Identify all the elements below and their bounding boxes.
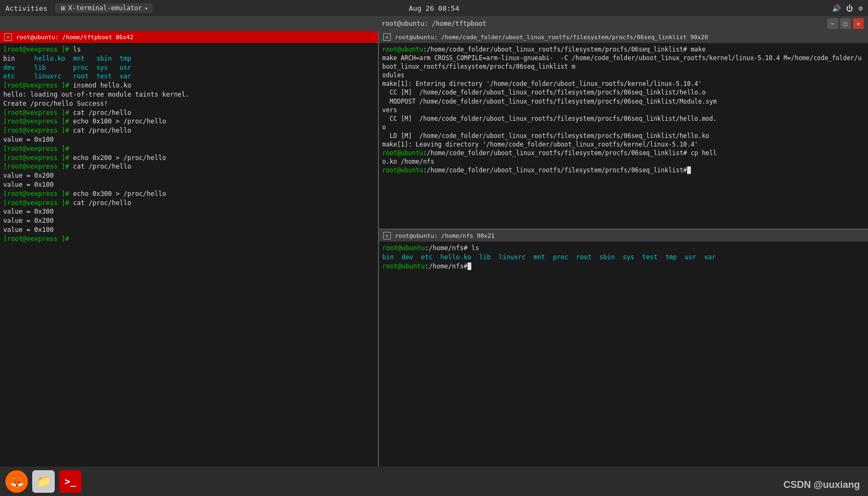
close-button[interactable]: ✕: [853, 18, 864, 29]
left-pane: ⊞ root@ubuntu: /home/tftpboot 86x42 [roo…: [0, 31, 379, 466]
right-top-pane-title: root@ubuntu: /home/code_folder/uboot_lin…: [395, 34, 708, 41]
terminal-taskbar-icon[interactable]: >_: [59, 470, 82, 493]
left-pane-title: root@ubuntu: /home/tftpboot 86x42: [16, 34, 134, 41]
left-pane-titlebar: ⊞ root@ubuntu: /home/tftpboot 86x42: [0, 31, 378, 43]
files-taskbar-icon[interactable]: 📁: [32, 470, 55, 493]
topbar-left: Activities 🖥 X-terminal-emulator ▾: [5, 3, 152, 13]
activities-label[interactable]: Activities: [5, 4, 47, 12]
main-window: root@ubuntu: /home/tftpboot − □ ✕ ⊞ root…: [0, 16, 868, 466]
right-top-pane: ⊞ root@ubuntu: /home/code_folder/uboot_l…: [379, 31, 868, 230]
volume-icon[interactable]: 🔊: [832, 4, 841, 12]
watermark: CSDN @uuxiang: [783, 479, 860, 491]
power-icon[interactable]: ⏻: [846, 4, 853, 12]
window-titlebar: root@ubuntu: /home/tftpboot − □ ✕: [0, 16, 868, 31]
files-icon-symbol: 📁: [37, 475, 51, 488]
settings-icon[interactable]: ⚙: [858, 4, 863, 12]
terminal-app-button[interactable]: 🖥 X-terminal-emulator ▾: [55, 3, 152, 13]
terminal-icon-small: 🖥: [60, 5, 65, 12]
pane-container: ⊞ root@ubuntu: /home/tftpboot 86x42 [roo…: [0, 31, 868, 466]
topbar: Activities 🖥 X-terminal-emulator ▾ Aug 2…: [0, 0, 868, 16]
topbar-right: 🔊 ⏻ ⚙: [832, 4, 863, 12]
right-pane: ⊞ root@ubuntu: /home/code_folder/uboot_l…: [379, 31, 868, 466]
right-bottom-pane-title: root@ubuntu: /home/nfs 90x21: [395, 232, 494, 239]
right-bottom-terminal[interactable]: root@ubuntu:/home/nfs# ls bin dev etc he…: [379, 242, 868, 466]
right-bottom-terminal-content: root@ubuntu:/home/nfs# ls bin dev etc he…: [382, 244, 865, 271]
firefox-icon-symbol: 🦊: [10, 475, 24, 488]
right-bottom-pane-icon: ⊞: [383, 232, 391, 239]
terminal-app-label: X-terminal-emulator: [68, 4, 142, 12]
terminal-icon-symbol: >_: [64, 476, 76, 487]
left-terminal[interactable]: [root@vexpress ]# ls bin hello.ko mnt sb…: [0, 43, 378, 466]
right-top-pane-titlebar: ⊞ root@ubuntu: /home/code_folder/uboot_l…: [379, 31, 868, 43]
right-bottom-pane: ⊞ root@ubuntu: /home/nfs 90x21 root@ubun…: [379, 230, 868, 466]
right-top-terminal-content: root@ubuntu:/home/code_folder/uboot_linu…: [382, 45, 865, 174]
minimize-button[interactable]: −: [827, 18, 838, 29]
right-bottom-pane-titlebar: ⊞ root@ubuntu: /home/nfs 90x21: [379, 230, 868, 242]
maximize-button[interactable]: □: [840, 18, 851, 29]
firefox-taskbar-icon[interactable]: 🦊: [5, 470, 28, 493]
window-controls: − □ ✕: [827, 18, 864, 29]
right-top-pane-icon: ⊞: [383, 33, 391, 41]
right-top-terminal[interactable]: root@ubuntu:/home/code_folder/uboot_linu…: [379, 43, 868, 229]
topbar-datetime: Aug 26 08:54: [409, 4, 459, 12]
dropdown-arrow-icon[interactable]: ▾: [145, 5, 148, 11]
taskbar: 🦊 📁 >_ CSDN @uuxiang: [0, 466, 868, 496]
left-terminal-content: [root@vexpress ]# ls bin hello.ko mnt sb…: [3, 45, 375, 244]
window-title: root@ubuntu: /home/tftpboot: [382, 20, 486, 27]
pane-split-icon: ⊞: [4, 33, 12, 41]
